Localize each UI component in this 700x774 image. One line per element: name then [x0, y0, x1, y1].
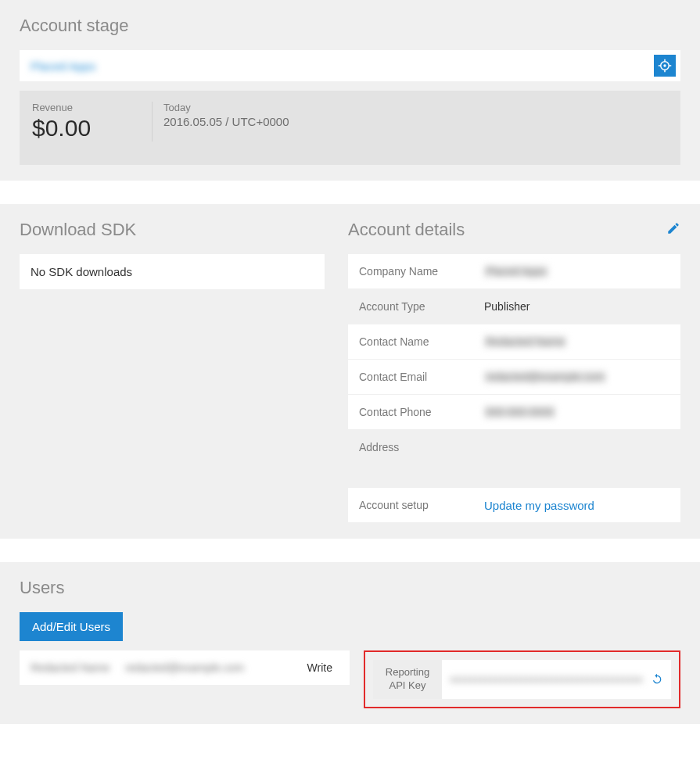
account-setup-row: Account setup Update my password	[348, 488, 680, 522]
pencil-icon	[666, 221, 680, 235]
user-email: redacted@example.com	[125, 661, 244, 674]
today-value: 2016.05.05 / UTC+0000	[163, 115, 289, 128]
contact-email-label: Contact Email	[359, 371, 484, 383]
users-panel: Users Add/Edit Users Redacted Name redac…	[0, 562, 700, 724]
account-app-name: Placed Apps	[31, 59, 95, 73]
reporting-api-key-value: xxxxxxxxxxxxxxxxxxxxxxxxxxxxxxxxxxxxxx	[442, 660, 651, 699]
add-edit-users-button[interactable]: Add/Edit Users	[20, 612, 123, 641]
metrics-bar: Revenue $0.00 Today 2016.05.05 / UTC+000…	[20, 91, 680, 165]
company-name-label: Company Name	[359, 265, 484, 278]
user-name: Redacted Name	[31, 661, 109, 674]
crosshair-icon	[658, 59, 672, 73]
contact-name-value: Redacted Name	[484, 335, 566, 348]
refresh-api-key-button[interactable]	[651, 660, 671, 699]
sdk-details-panel: Download SDK No SDK downloads Account de…	[0, 204, 700, 539]
revenue-label: Revenue	[32, 102, 136, 113]
account-details-title: Account details	[348, 220, 465, 240]
user-permission: Write	[307, 661, 339, 674]
address-label: Address	[359, 441, 484, 453]
contact-phone-value: 000-000-0000	[484, 406, 555, 418]
contact-name-label: Contact Name	[359, 335, 484, 348]
account-type-row: Account Type Publisher	[348, 289, 680, 324]
user-row: Redacted Name redacted@example.com Write	[20, 650, 350, 685]
target-button[interactable]	[654, 55, 676, 77]
account-setup-label: Account setup	[359, 499, 484, 511]
contact-email-row: Contact Email redacted@example.com	[348, 360, 680, 394]
account-type-label: Account Type	[359, 300, 484, 313]
revenue-metric: Revenue $0.00	[27, 102, 153, 142]
sdk-title: Download SDK	[20, 220, 325, 240]
contact-name-row: Contact Name Redacted Name	[348, 324, 680, 359]
sdk-column: Download SDK No SDK downloads	[20, 220, 325, 289]
company-name-value: Placed Apps	[484, 265, 548, 278]
svg-point-1	[663, 64, 666, 66]
reporting-api-key-box: Reporting API Key xxxxxxxxxxxxxxxxxxxxxx…	[364, 650, 680, 708]
contact-phone-row: Contact Phone 000-000-0000	[348, 395, 680, 429]
account-details-column: Account details Company Name Placed Apps…	[348, 220, 680, 523]
account-stage-panel: Account stage Placed Apps Revenue $0.00 …	[0, 0, 700, 181]
account-stage-row: Placed Apps	[20, 50, 680, 81]
edit-account-details-button[interactable]	[666, 221, 680, 238]
refresh-icon	[651, 673, 663, 686]
update-password-link[interactable]: Update my password	[484, 499, 594, 512]
users-title: Users	[20, 578, 680, 598]
sdk-empty-message: No SDK downloads	[20, 254, 325, 289]
account-type-value: Publisher	[484, 300, 529, 313]
contact-email-value: redacted@example.com	[484, 371, 606, 383]
account-stage-title: Account stage	[20, 16, 680, 36]
revenue-value: $0.00	[32, 115, 136, 142]
reporting-api-key-label: Reporting API Key	[373, 660, 442, 699]
today-label: Today	[163, 102, 289, 113]
address-row: Address	[348, 430, 680, 464]
contact-phone-label: Contact Phone	[359, 406, 484, 418]
company-name-row: Company Name Placed Apps	[348, 254, 680, 288]
date-metric: Today 2016.05.05 / UTC+0000	[153, 102, 305, 142]
